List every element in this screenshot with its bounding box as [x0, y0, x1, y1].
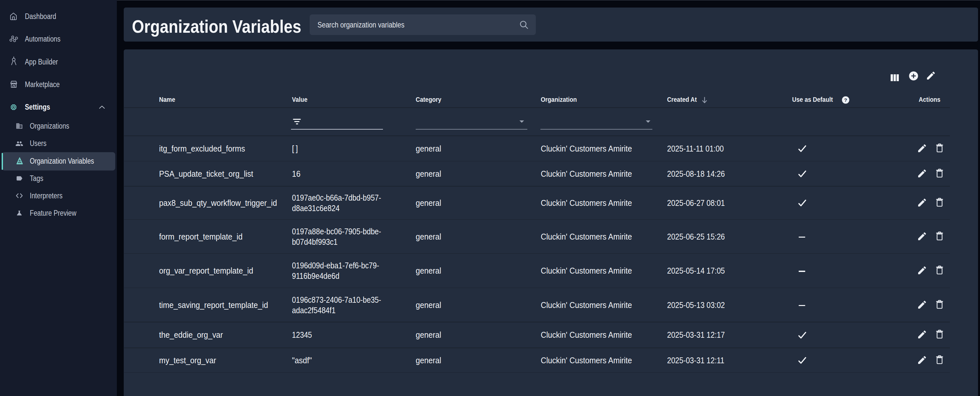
svg-text:?: ?: [844, 97, 847, 103]
